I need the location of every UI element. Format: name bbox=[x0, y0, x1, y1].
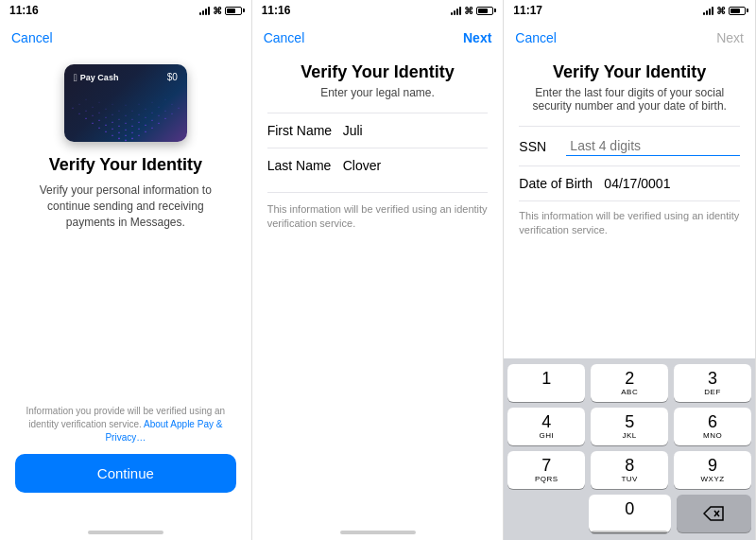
panel-2: 11:16 ⌘ Cancel Next Verify Your Identity… bbox=[252, 0, 505, 540]
status-icons-3: ⌘ bbox=[703, 6, 746, 16]
key-7[interactable]: 7 PQRS bbox=[507, 451, 585, 489]
svg-point-39 bbox=[112, 113, 112, 114]
delete-key[interactable] bbox=[677, 495, 751, 532]
svg-point-26 bbox=[151, 119, 153, 121]
svg-point-12 bbox=[125, 129, 127, 131]
svg-point-52 bbox=[171, 103, 172, 104]
next-button-2[interactable]: Next bbox=[463, 30, 491, 45]
svg-point-0 bbox=[125, 139, 127, 141]
svg-point-9 bbox=[145, 131, 146, 132]
keypad-row-4: 0 bbox=[507, 495, 751, 532]
battery-icon-2 bbox=[476, 7, 493, 15]
continue-button[interactable]: Continue bbox=[15, 454, 236, 493]
svg-point-56 bbox=[125, 105, 126, 106]
svg-point-18 bbox=[131, 125, 133, 127]
svg-point-32 bbox=[131, 118, 133, 120]
cancel-button-1[interactable]: Cancel bbox=[11, 30, 53, 45]
nav-bar-3: Cancel Next bbox=[504, 21, 755, 55]
svg-point-13 bbox=[138, 128, 140, 130]
svg-point-8 bbox=[131, 131, 133, 133]
svg-point-53 bbox=[85, 99, 86, 100]
svg-point-27 bbox=[164, 117, 166, 119]
panel3-title: Verify Your Identity bbox=[519, 62, 740, 82]
panel2-note: This information will be verified using … bbox=[267, 192, 489, 232]
svg-point-37 bbox=[85, 110, 86, 111]
svg-point-7 bbox=[118, 131, 120, 133]
svg-point-46 bbox=[92, 106, 93, 107]
wifi-icon-2: ⌘ bbox=[464, 6, 473, 16]
key-3[interactable]: 3 DEF bbox=[674, 364, 751, 402]
svg-point-50 bbox=[145, 108, 146, 109]
svg-point-58 bbox=[151, 102, 152, 103]
panel2-title: Verify Your Identity bbox=[267, 62, 489, 82]
svg-point-54 bbox=[98, 102, 99, 103]
card-logo:  Pay Cash bbox=[74, 72, 119, 83]
ssn-input[interactable] bbox=[566, 136, 740, 156]
wifi-icon-3: ⌘ bbox=[716, 6, 726, 16]
svg-point-59 bbox=[164, 99, 165, 100]
signal-icon-2 bbox=[451, 6, 461, 15]
svg-point-38 bbox=[98, 112, 99, 113]
time-3: 11:17 bbox=[513, 4, 542, 17]
panel1-footer: Information you provide will be verified… bbox=[0, 405, 251, 493]
first-name-label: First Name bbox=[267, 123, 343, 138]
key-0-number: 0 bbox=[625, 500, 634, 517]
key-4-number: 4 bbox=[541, 413, 551, 430]
key-3-number: 3 bbox=[708, 370, 717, 387]
svg-point-55 bbox=[112, 104, 112, 105]
svg-point-22 bbox=[98, 119, 100, 121]
signal-icon-1 bbox=[199, 6, 210, 15]
key-9[interactable]: 9 WXYZ bbox=[674, 451, 751, 489]
key-1[interactable]: 1 bbox=[507, 364, 585, 402]
svg-point-23 bbox=[112, 121, 113, 123]
home-indicator-1 bbox=[88, 531, 163, 534]
nav-bar-2: Cancel Next bbox=[252, 21, 504, 55]
key-4[interactable]: 4 GHI bbox=[507, 408, 585, 445]
cancel-button-2[interactable]: Cancel bbox=[264, 30, 305, 45]
key-2[interactable]: 2 ABC bbox=[591, 364, 668, 402]
battery-icon-3 bbox=[729, 7, 746, 15]
svg-point-35 bbox=[171, 113, 173, 114]
key-9-letters: WXYZ bbox=[701, 475, 725, 483]
key-8-letters: TUV bbox=[621, 475, 638, 483]
wifi-icon-1: ⌘ bbox=[213, 6, 222, 16]
svg-point-21 bbox=[85, 117, 87, 119]
home-indicator-2 bbox=[340, 531, 416, 534]
key-5-number: 5 bbox=[625, 413, 634, 430]
svg-point-1 bbox=[118, 137, 120, 139]
key-8-number: 8 bbox=[625, 457, 634, 474]
keypad-row-2: 4 GHI 5 JKL 6 MNO bbox=[507, 408, 751, 445]
panel1-footer-text: Information you provide will be verified… bbox=[15, 405, 236, 444]
svg-point-28 bbox=[78, 113, 80, 114]
key-0[interactable]: 0 bbox=[589, 495, 671, 532]
key-6[interactable]: 6 MNO bbox=[674, 408, 751, 445]
svg-point-43 bbox=[164, 110, 165, 111]
cancel-button-3[interactable]: Cancel bbox=[515, 30, 557, 45]
key-3-letters: DEF bbox=[704, 388, 721, 396]
panel1-title: Verify Your Identity bbox=[49, 155, 202, 175]
svg-point-2 bbox=[131, 137, 133, 139]
svg-point-44 bbox=[178, 107, 179, 108]
key-8[interactable]: 8 TUV bbox=[591, 451, 668, 489]
svg-point-19 bbox=[145, 124, 146, 126]
svg-point-47 bbox=[105, 108, 106, 109]
key-2-number: 2 bbox=[625, 370, 634, 387]
first-name-row: First Name Juli bbox=[267, 113, 489, 148]
keypad-row-3: 7 PQRS 8 TUV 9 WXYZ bbox=[507, 451, 751, 489]
status-icons-2: ⌘ bbox=[451, 6, 493, 16]
first-name-value: Juli bbox=[343, 123, 363, 138]
status-bar-1: 11:16 ⌘ bbox=[0, 0, 251, 21]
key-1-letters bbox=[545, 388, 548, 396]
svg-point-17 bbox=[118, 125, 120, 127]
card-dots-svg bbox=[64, 85, 187, 142]
status-bar-3: 11:17 ⌘ bbox=[504, 0, 755, 21]
key-5[interactable]: 5 JKL bbox=[591, 408, 668, 445]
panel-1: 11:16 ⌘ Cancel  Pay Cash $0 bbox=[0, 0, 252, 540]
time-1: 11:16 bbox=[9, 4, 39, 17]
svg-point-33 bbox=[145, 116, 146, 118]
status-bar-2: 11:16 ⌘ bbox=[252, 0, 504, 21]
panel3-note: This information will be verified using … bbox=[519, 200, 740, 238]
home-indicator-3 bbox=[592, 531, 667, 534]
nav-bar-1: Cancel bbox=[0, 21, 251, 55]
key-empty bbox=[507, 495, 582, 532]
